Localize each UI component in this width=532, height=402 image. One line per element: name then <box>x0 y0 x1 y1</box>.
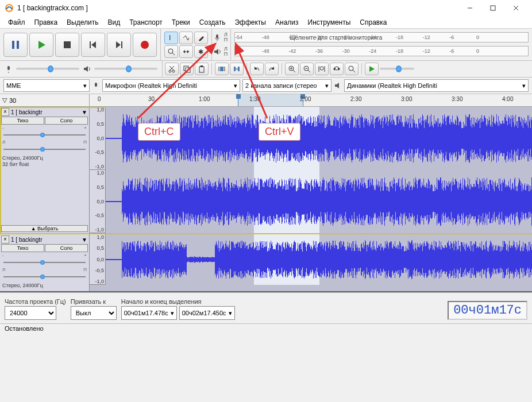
zoom-toggle-button[interactable] <box>345 63 358 75</box>
paste-callout: Ctrl+V <box>259 123 300 141</box>
menu-правка[interactable]: Правка <box>30 17 63 28</box>
copy-arrow <box>132 38 224 124</box>
svg-line-62 <box>236 44 267 118</box>
track-select-button[interactable]: ▲ Выбрать <box>1 225 88 232</box>
svg-point-51 <box>335 67 338 70</box>
audio-host-select[interactable]: MME▾ <box>3 79 90 92</box>
audio-position-display: 00ч01м17с <box>448 301 527 320</box>
menu-треки[interactable]: Треки <box>167 17 195 28</box>
track-control-panel: ×1 [ backingtr▼ТихоСоло-+ЛПСтерео, 24000… <box>0 234 90 291</box>
menu-файл[interactable]: Файл <box>3 17 30 28</box>
minimize-button[interactable] <box>458 0 481 16</box>
pan-slider[interactable] <box>3 147 86 152</box>
svg-line-55 <box>353 70 355 72</box>
track: ×1 [ backingtr▼ТихоСоло-+ЛПСтерео, 24000… <box>0 234 532 292</box>
vertical-ruler: 1,00,50,0-0,5-1,0 <box>90 107 106 169</box>
mute-button[interactable]: Тихо <box>1 117 44 125</box>
track-close-button[interactable]: × <box>1 108 9 116</box>
pin-icon[interactable]: ▽ <box>2 96 7 104</box>
svg-rect-2 <box>491 6 495 10</box>
snap-to-select[interactable]: Выкл <box>71 306 117 320</box>
tracks-area: Ctrl+C Ctrl+V ×1 [ backingtr▼ТихоСоло-+Л… <box>0 107 532 292</box>
svg-rect-57 <box>95 83 97 87</box>
svg-rect-12 <box>121 41 122 48</box>
menu-транспорт[interactable]: Транспорт <box>125 17 167 28</box>
svg-marker-11 <box>116 41 121 48</box>
mic-device-icon <box>92 82 100 90</box>
selection-start-field[interactable]: 00ч01м17.478с▾ <box>121 306 177 320</box>
speaker-icon <box>83 65 91 73</box>
svg-marker-58 <box>335 83 339 88</box>
svg-rect-8 <box>64 41 71 48</box>
playback-meter[interactable]: -54-48-42-36-30-24-18-12-60 <box>234 46 529 56</box>
svg-marker-53 <box>338 67 340 71</box>
mute-button[interactable]: Тихо <box>1 244 44 252</box>
title-bar: 1 [ backingtrackx.com ] <box>0 0 532 16</box>
svg-rect-5 <box>12 41 14 49</box>
menu-анализ[interactable]: Анализ <box>271 17 303 28</box>
svg-point-48 <box>320 67 323 70</box>
close-button[interactable] <box>504 0 527 16</box>
playback-device-select[interactable]: Динамики (Realtek High Definiti▾ <box>344 79 529 92</box>
speaker-device-icon <box>334 82 342 90</box>
selection-end-field[interactable]: 00ч02м17.450с▾ <box>179 306 235 320</box>
window-title: 1 [ backingtrackx.com ] <box>17 4 458 12</box>
svg-line-47 <box>308 70 310 72</box>
recording-volume-slider[interactable] <box>16 68 79 70</box>
svg-marker-56 <box>369 66 375 72</box>
pan-slider[interactable] <box>3 275 86 279</box>
vertical-ruler: 1,00,50,0-0,5-1,0 <box>90 170 106 233</box>
solo-button[interactable]: Соло <box>45 117 88 125</box>
menu-выделить[interactable]: Выделить <box>62 17 103 28</box>
play-at-speed-button[interactable] <box>365 63 379 75</box>
play-speed-slider[interactable] <box>380 68 414 70</box>
menu-эффекты[interactable]: Эффекты <box>230 17 271 28</box>
zoom-in-button[interactable] <box>285 63 299 75</box>
skip-end-button[interactable] <box>107 33 131 57</box>
waveform[interactable] <box>106 234 532 285</box>
track-menu-button[interactable]: ▼ <box>81 237 88 243</box>
mic-icon <box>5 65 13 73</box>
snap-to-label: Привязать к <box>71 298 117 305</box>
selection-label: Начало и конец выделения <box>121 298 235 305</box>
waveform[interactable] <box>106 170 532 233</box>
menu-вид[interactable]: Вид <box>103 17 125 28</box>
selection-toolbar: Частота проекта (Гц) 24000 Привязать к В… <box>0 292 532 323</box>
svg-line-44 <box>293 70 295 72</box>
svg-rect-6 <box>17 41 19 49</box>
menu-справка[interactable]: Справка <box>355 17 391 28</box>
svg-marker-26 <box>84 66 88 72</box>
track-name[interactable]: 1 [ backingtr <box>10 237 80 243</box>
track-name[interactable]: 1 [ backingtr <box>10 109 80 115</box>
menu-создать[interactable]: Создать <box>195 17 230 28</box>
recording-meter[interactable]: Щёлкните для старта мониторинга -54-48-4… <box>234 32 529 42</box>
pause-button[interactable] <box>3 33 28 57</box>
svg-marker-10 <box>91 41 96 48</box>
svg-marker-52 <box>333 67 335 71</box>
vertical-ruler: 1,00,50,0-0,5-1,0 <box>90 234 106 284</box>
svg-marker-7 <box>38 41 45 49</box>
zoom-out-button[interactable] <box>300 63 314 75</box>
fit-selection-button[interactable] <box>315 63 329 75</box>
svg-line-60 <box>138 44 215 118</box>
track-close-button[interactable]: × <box>1 235 9 243</box>
project-rate-select[interactable]: 24000 <box>5 306 56 320</box>
fit-project-button[interactable] <box>330 63 344 75</box>
gain-slider[interactable] <box>3 260 86 265</box>
svg-rect-24 <box>7 66 10 70</box>
solo-button[interactable]: Соло <box>45 244 88 252</box>
stop-button[interactable] <box>55 33 79 57</box>
svg-rect-9 <box>90 41 91 48</box>
maximize-button[interactable] <box>481 0 504 16</box>
menu-инструменты[interactable]: Инструменты <box>303 17 356 28</box>
track-format-label: Стерео, 24000Гц <box>1 281 88 290</box>
status-bar: Остановлено <box>0 323 532 335</box>
menu-bar: ФайлПравкаВыделитьВидТранспортТрекиСозда… <box>0 16 532 29</box>
play-button[interactable] <box>29 33 53 57</box>
skip-start-button[interactable] <box>81 33 105 57</box>
gain-slider[interactable] <box>3 133 86 137</box>
app-icon <box>5 3 14 13</box>
track-menu-button[interactable]: ▼ <box>81 109 88 115</box>
track-format-label: Стерео, 24000Гц32 бит float <box>1 154 88 169</box>
track-control-panel: ×1 [ backingtr▼ТихоСоло-+ЛПСтерео, 24000… <box>0 107 90 233</box>
